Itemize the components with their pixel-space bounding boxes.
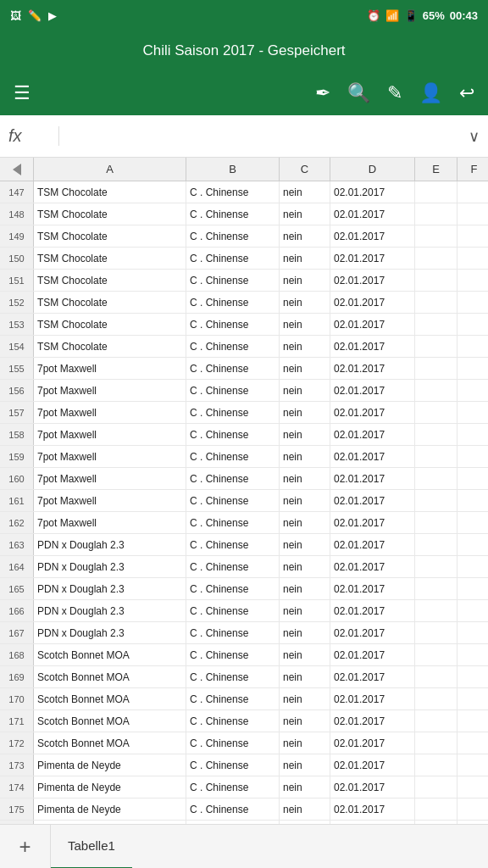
cell-a[interactable]: TSM Chocolate: [34, 270, 186, 291]
cell-e[interactable]: [415, 314, 458, 335]
cell-c[interactable]: nein: [280, 468, 330, 489]
cell-e[interactable]: [415, 402, 458, 423]
cell-c[interactable]: nein: [280, 248, 330, 269]
undo-icon[interactable]: ↩: [459, 82, 474, 104]
cell-d[interactable]: 02.01.2017: [330, 556, 415, 577]
cell-a[interactable]: TSM Chocolate: [34, 292, 186, 313]
cell-e[interactable]: [415, 181, 458, 203]
table-row[interactable]: 163 PDN x Douglah 2.3 C . Chinense nein …: [0, 534, 488, 556]
cell-c[interactable]: nein: [280, 446, 330, 467]
cell-b[interactable]: C . Chinense: [186, 380, 280, 401]
cell-c[interactable]: nein: [280, 512, 330, 533]
cell-b[interactable]: C . Chinense: [186, 270, 280, 291]
cell-e[interactable]: [415, 556, 458, 577]
cell-e[interactable]: [415, 578, 458, 599]
cell-e[interactable]: [415, 446, 458, 467]
cell-c[interactable]: nein: [280, 754, 330, 776]
table-row[interactable]: 148 TSM Chocolate C . Chinense nein 02.0…: [0, 203, 488, 225]
cell-c[interactable]: nein: [280, 314, 330, 335]
cell-a[interactable]: Pimenta de Neyde: [34, 798, 186, 820]
cell-e[interactable]: [415, 666, 458, 687]
col-header-f[interactable]: F: [458, 158, 488, 181]
cell-c[interactable]: nein: [280, 534, 330, 555]
cell-e[interactable]: [415, 468, 458, 489]
col-header-a[interactable]: A: [34, 158, 186, 181]
cell-c[interactable]: nein: [280, 380, 330, 401]
formula-chevron[interactable]: ∨: [469, 127, 480, 146]
cell-f[interactable]: [458, 622, 488, 643]
table-row[interactable]: 166 PDN x Douglah 2.3 C . Chinense nein …: [0, 600, 488, 622]
cell-d[interactable]: 02.01.2017: [330, 424, 415, 445]
table-row[interactable]: 158 7pot Maxwell C . Chinense nein 02.01…: [0, 424, 488, 446]
cell-a[interactable]: TSM Chocolate: [34, 248, 186, 269]
sheet-tab[interactable]: Tabelle1: [51, 825, 132, 869]
cell-a[interactable]: PDN x Douglah 2.3: [34, 534, 186, 555]
cell-e[interactable]: [415, 776, 458, 798]
cell-f[interactable]: [458, 292, 488, 313]
cell-d[interactable]: 02.01.2017: [330, 292, 415, 313]
cell-f[interactable]: [458, 380, 488, 401]
cell-d[interactable]: 02.01.2017: [330, 181, 415, 203]
cell-f[interactable]: [458, 534, 488, 555]
cell-b[interactable]: C . Chinense: [186, 336, 280, 357]
cell-c[interactable]: nein: [280, 798, 330, 820]
cell-e[interactable]: [415, 225, 458, 247]
cell-f[interactable]: [458, 754, 488, 776]
table-row[interactable]: 159 7pot Maxwell C . Chinense nein 02.01…: [0, 446, 488, 468]
cell-a[interactable]: 7pot Maxwell: [34, 380, 186, 401]
cell-b[interactable]: C . Chinense: [186, 248, 280, 269]
cell-f[interactable]: [458, 336, 488, 357]
cell-b[interactable]: C . Chinense: [186, 490, 280, 511]
cell-f[interactable]: [458, 270, 488, 291]
cell-f[interactable]: [458, 468, 488, 489]
cell-d[interactable]: 02.01.2017: [330, 578, 415, 599]
cell-b[interactable]: C . Chinense: [186, 666, 280, 687]
cell-e[interactable]: [415, 270, 458, 291]
col-header-e[interactable]: E: [415, 158, 458, 181]
cell-b[interactable]: C . Chinense: [186, 314, 280, 335]
cell-e[interactable]: [415, 622, 458, 643]
cell-c[interactable]: nein: [280, 732, 330, 754]
cell-c[interactable]: nein: [280, 622, 330, 643]
cell-d[interactable]: 02.01.2017: [330, 248, 415, 269]
cell-d[interactable]: 02.01.2017: [330, 644, 415, 665]
table-row[interactable]: 149 TSM Chocolate C . Chinense nein 02.0…: [0, 225, 488, 248]
cell-d[interactable]: 02.01.2017: [330, 225, 415, 247]
cell-c[interactable]: nein: [280, 710, 330, 732]
table-row[interactable]: 174 Pimenta de Neyde C . Chinense nein 0…: [0, 776, 488, 798]
cell-f[interactable]: [458, 666, 488, 687]
cell-e[interactable]: [415, 732, 458, 754]
cell-b[interactable]: C . Chinense: [186, 181, 280, 203]
cell-f[interactable]: [458, 358, 488, 379]
cell-b[interactable]: C . Chinense: [186, 203, 280, 225]
cell-f[interactable]: [458, 600, 488, 621]
cell-a[interactable]: Scotch Bonnet MOA: [34, 644, 186, 665]
cell-c[interactable]: nein: [280, 666, 330, 687]
cell-d[interactable]: 02.01.2017: [330, 512, 415, 533]
cell-a[interactable]: TSM Chocolate: [34, 314, 186, 335]
cell-b[interactable]: C . Chinense: [186, 402, 280, 423]
cell-d[interactable]: 02.01.2017: [330, 380, 415, 401]
table-row[interactable]: 164 PDN x Douglah 2.3 C . Chinense nein …: [0, 556, 488, 578]
cell-a[interactable]: Scotch Bonnet MOA: [34, 688, 186, 709]
cell-b[interactable]: C . Chinense: [186, 556, 280, 577]
cell-b[interactable]: C . Chinense: [186, 732, 280, 754]
cell-a[interactable]: TSM Chocolate: [34, 225, 186, 247]
cell-c[interactable]: nein: [280, 776, 330, 798]
cell-c[interactable]: nein: [280, 203, 330, 225]
cell-d[interactable]: 02.01.2017: [330, 798, 415, 820]
cell-f[interactable]: [458, 248, 488, 269]
cell-a[interactable]: 7pot Maxwell: [34, 468, 186, 489]
cell-a[interactable]: TSM Chocolate: [34, 203, 186, 225]
cell-f[interactable]: [458, 644, 488, 665]
cell-d[interactable]: 02.01.2017: [330, 710, 415, 732]
cell-d[interactable]: 02.01.2017: [330, 446, 415, 467]
cell-a[interactable]: Pimenta de Neyde: [34, 776, 186, 798]
table-row[interactable]: 152 TSM Chocolate C . Chinense nein 02.0…: [0, 292, 488, 314]
table-row[interactable]: 161 7pot Maxwell C . Chinense nein 02.01…: [0, 490, 488, 512]
cell-b[interactable]: C . Chinense: [186, 512, 280, 533]
cell-e[interactable]: [415, 534, 458, 555]
cell-d[interactable]: 02.01.2017: [330, 270, 415, 291]
table-row[interactable]: 172 Scotch Bonnet MOA C . Chinense nein …: [0, 732, 488, 754]
cell-e[interactable]: [415, 336, 458, 357]
